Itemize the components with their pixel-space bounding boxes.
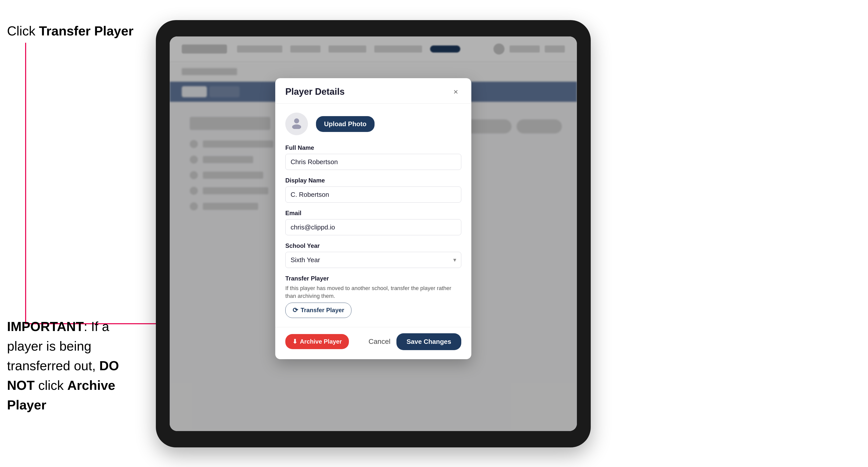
school-year-group: School Year First Year Second Year Third… [285, 242, 461, 268]
tablet-device: Player Details × [156, 20, 591, 447]
transfer-section-description: If this player has moved to another scho… [285, 284, 461, 300]
display-name-group: Display Name [285, 177, 461, 203]
instruction-top-text: Click [7, 24, 39, 38]
tablet-screen: Player Details × [170, 36, 577, 431]
email-label: Email [285, 210, 461, 217]
modal-footer: ⬇ Archive Player Cancel Save Changes [275, 327, 471, 359]
full-name-input[interactable] [285, 154, 461, 170]
modal-body: Upload Photo Full Name Display Name [275, 103, 471, 327]
save-changes-button[interactable]: Save Changes [396, 333, 461, 350]
instruction-top: Click Transfer Player [7, 23, 133, 40]
email-input[interactable] [285, 219, 461, 235]
player-details-modal: Player Details × [275, 78, 471, 359]
transfer-icon: ⟳ [292, 306, 298, 314]
archive-icon: ⬇ [292, 338, 298, 345]
upload-photo-button[interactable]: Upload Photo [316, 116, 375, 132]
display-name-input[interactable] [285, 187, 461, 203]
modal-overlay: Player Details × [170, 36, 577, 431]
instruction-bottom-text2: click [35, 378, 67, 393]
modal-header: Player Details × [275, 78, 471, 103]
archive-button-label: Archive Player [300, 338, 342, 345]
transfer-player-section: Transfer Player If this player has moved… [285, 275, 461, 318]
display-name-label: Display Name [285, 177, 461, 184]
svg-point-1 [292, 124, 301, 129]
cancel-button[interactable]: Cancel [369, 338, 391, 346]
school-year-select[interactable]: First Year Second Year Third Year Fourth… [285, 252, 461, 268]
transfer-section-label: Transfer Player [285, 275, 461, 282]
avatar-placeholder [285, 113, 308, 135]
instruction-top-bold: Transfer Player [39, 24, 133, 38]
footer-right-buttons: Cancel Save Changes [369, 333, 461, 350]
full-name-group: Full Name [285, 144, 461, 170]
email-group: Email [285, 210, 461, 235]
school-year-select-wrapper: First Year Second Year Third Year Fourth… [285, 252, 461, 268]
annotation-line-vertical [25, 43, 26, 324]
transfer-button-label: Transfer Player [301, 307, 344, 314]
archive-player-button[interactable]: ⬇ Archive Player [285, 334, 349, 349]
avatar-person-icon [290, 116, 303, 131]
transfer-player-button[interactable]: ⟳ Transfer Player [285, 303, 351, 318]
modal-close-button[interactable]: × [450, 86, 461, 97]
modal-title: Player Details [285, 87, 345, 97]
instruction-important: IMPORTANT [7, 319, 84, 334]
photo-upload-row: Upload Photo [285, 113, 461, 135]
svg-point-0 [294, 118, 299, 123]
full-name-label: Full Name [285, 144, 461, 151]
school-year-label: School Year [285, 242, 461, 249]
instruction-bottom: IMPORTANT: If a player is being transfer… [7, 317, 138, 415]
